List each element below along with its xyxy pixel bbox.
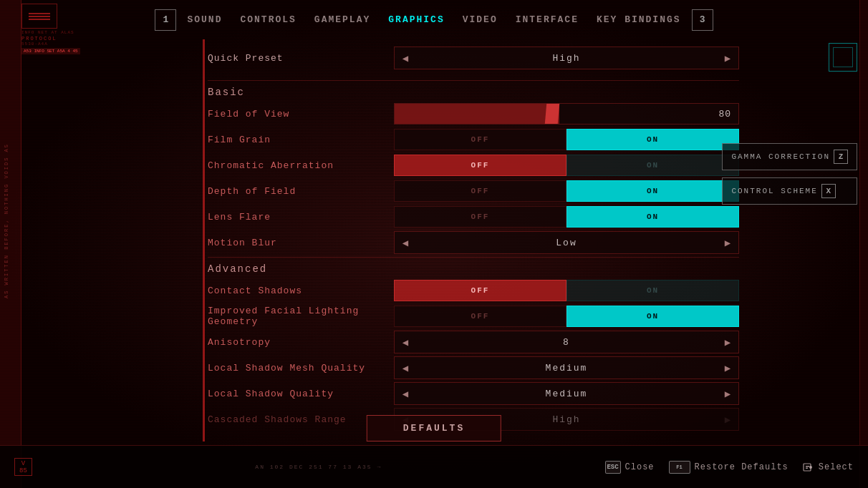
svg-rect-3 <box>806 467 808 469</box>
corner-decoration <box>829 43 857 72</box>
nav-item-sound[interactable]: SOUND <box>187 14 222 25</box>
local-shadow-quality-value: Medium <box>416 389 717 399</box>
nav-item-graphics[interactable]: GRAPHICS <box>388 14 444 25</box>
chromatic-aberration-label: Chromatic Aberration <box>208 160 394 171</box>
right-decoration <box>859 0 868 488</box>
film-grain-row: Film Grain OFF ON <box>208 128 739 151</box>
logo-id: 5530-A4A <box>21 42 80 47</box>
bottom-left: V 85 <box>14 458 32 476</box>
nav-items: SOUND CONTROLS GAMEPLAY GRAPHICS VIDEO I… <box>187 14 680 25</box>
contact-shadows-row: Contact Shadows OFF ON <box>208 279 739 302</box>
corner-box-inner <box>833 47 853 67</box>
bottom-badge: V 85 <box>14 458 32 476</box>
depth-of-field-row: Depth of Field OFF ON <box>208 180 739 202</box>
chromatic-aberration-off[interactable]: OFF <box>394 155 566 176</box>
depth-of-field-label: Depth of Field <box>208 186 394 197</box>
local-shadow-mesh-row: Local Shadow Mesh Quality ◀ Medium ▶ <box>208 356 739 379</box>
quick-preset-control: ◀ High ▶ <box>394 47 739 69</box>
restore-label: Restore Defaults <box>695 462 789 472</box>
control-scheme-button[interactable]: CONTROL SCHEME X <box>722 177 857 205</box>
nav-item-gameplay[interactable]: GAMEPLAY <box>314 14 370 25</box>
chromatic-aberration-toggle: OFF ON <box>394 155 739 176</box>
lens-flare-on[interactable]: ON <box>566 206 739 228</box>
nav-item-controls[interactable]: CONTROLS <box>240 14 296 25</box>
close-action[interactable]: ESC Close <box>605 461 655 474</box>
local-shadow-mesh-prev[interactable]: ◀ <box>395 357 416 379</box>
local-shadow-quality-prev[interactable]: ◀ <box>395 383 416 404</box>
select-action[interactable]: Select <box>803 462 854 473</box>
nav-item-interface[interactable]: INTERFACE <box>516 14 579 25</box>
contact-shadows-toggle: OFF ON <box>394 280 739 301</box>
restore-key: F1 <box>669 461 690 474</box>
slider-fill <box>395 104 559 124</box>
facial-lighting-off[interactable]: OFF <box>394 306 566 327</box>
top-navigation: 1 SOUND CONTROLS GAMEPLAY GRAPHICS VIDEO… <box>0 0 868 39</box>
field-of-view-value: 80 <box>718 109 731 119</box>
anisotropy-row: Anisotropy ◀ 8 ▶ <box>208 331 739 353</box>
nav-item-video[interactable]: VIDEO <box>463 14 498 25</box>
field-of-view-row: Field of View 80 <box>208 102 739 125</box>
anisotropy-value: 8 <box>416 337 717 348</box>
quick-preset-value: High <box>416 53 717 64</box>
local-shadow-mesh-next[interactable]: ▶ <box>717 357 738 379</box>
local-shadow-quality-control: ◀ Medium ▶ <box>394 382 739 405</box>
local-shadow-quality-row: Local Shadow Quality ◀ Medium ▶ <box>208 382 739 405</box>
left-decoration: AS WRITTEN BEFORE, NOTHING VOIDS A5 <box>0 0 21 488</box>
select-label: Select <box>819 462 854 472</box>
field-of-view-label: Field of View <box>208 109 394 119</box>
local-shadow-mesh-value: Medium <box>416 363 717 374</box>
film-grain-off[interactable]: OFF <box>394 129 566 150</box>
film-grain-label: Film Grain <box>208 135 394 145</box>
select-icon <box>803 462 814 473</box>
restore-action[interactable]: F1 Restore Defaults <box>669 461 789 474</box>
nav-num-left: 1 <box>155 9 176 31</box>
quick-preset-next[interactable]: ▶ <box>717 47 738 69</box>
svg-point-1 <box>809 466 812 469</box>
lens-flare-row: Lens Flare OFF ON <box>208 205 739 228</box>
close-key: ESC <box>605 461 621 474</box>
right-panel: GAMMA CORRECTION Z CONTROL SCHEME X <box>722 143 857 205</box>
defaults-area: DEFAULTS <box>367 415 501 441</box>
main-content: Quick Preset ◀ High ▶ Basic Field of Vie… <box>208 39 739 441</box>
motion-blur-label: Motion Blur <box>208 238 394 248</box>
depth-of-field-on[interactable]: ON <box>566 180 739 202</box>
anisotropy-label: Anisotropy <box>208 337 394 348</box>
lens-flare-off[interactable]: OFF <box>394 206 566 228</box>
gamma-correction-button[interactable]: GAMMA CORRECTION Z <box>722 143 857 170</box>
quick-preset-prev[interactable]: ◀ <box>395 47 416 69</box>
motion-blur-control: ◀ Low ▶ <box>394 231 739 254</box>
depth-of-field-off[interactable]: OFF <box>394 180 566 202</box>
contact-shadows-off[interactable]: OFF <box>394 280 566 301</box>
svg-rect-2 <box>806 466 809 467</box>
bottom-center: AN 102 DEC 251 77 13 A35 → <box>255 464 382 470</box>
nav-item-keybindings[interactable]: KEY BINDINGS <box>597 14 681 25</box>
facial-lighting-on[interactable]: ON <box>566 306 739 327</box>
defaults-button[interactable]: DEFAULTS <box>367 415 501 441</box>
content-left-bar <box>203 39 205 441</box>
film-grain-toggle: OFF ON <box>394 129 739 150</box>
film-grain-on[interactable]: ON <box>566 129 739 150</box>
motion-blur-next[interactable]: ▶ <box>717 232 738 253</box>
local-shadow-quality-label: Local Shadow Quality <box>208 389 394 399</box>
slider-thumb <box>545 104 559 124</box>
facial-lighting-toggle: OFF ON <box>394 306 739 327</box>
facial-lighting-label: Improved Facial Lighting Geometry <box>208 306 394 327</box>
local-shadow-mesh-label: Local Shadow Mesh Quality <box>208 363 394 374</box>
control-key: X <box>821 184 836 198</box>
motion-blur-value: Low <box>416 238 717 248</box>
logo-highlight: A53 INFO SET A5A 4 45 <box>21 48 80 54</box>
motion-blur-prev[interactable]: ◀ <box>395 232 416 253</box>
lens-flare-label: Lens Flare <box>208 212 394 223</box>
field-of-view-slider[interactable]: 80 <box>394 103 739 125</box>
contact-shadows-on[interactable]: ON <box>566 280 739 301</box>
left-text: AS WRITTEN BEFORE, NOTHING VOIDS A5 <box>4 143 9 298</box>
anisotropy-next[interactable]: ▶ <box>717 331 738 353</box>
close-label: Close <box>625 462 655 472</box>
local-shadow-quality-next[interactable]: ▶ <box>717 383 738 404</box>
anisotropy-prev[interactable]: ◀ <box>395 331 416 353</box>
control-scheme-label: CONTROL SCHEME <box>731 187 817 195</box>
cascaded-shadows-next[interactable]: ▶ <box>717 409 738 430</box>
facial-lighting-row: Improved Facial Lighting Geometry OFF ON <box>208 305 739 328</box>
gamma-key: Z <box>834 150 848 164</box>
chromatic-aberration-on[interactable]: ON <box>566 155 739 176</box>
